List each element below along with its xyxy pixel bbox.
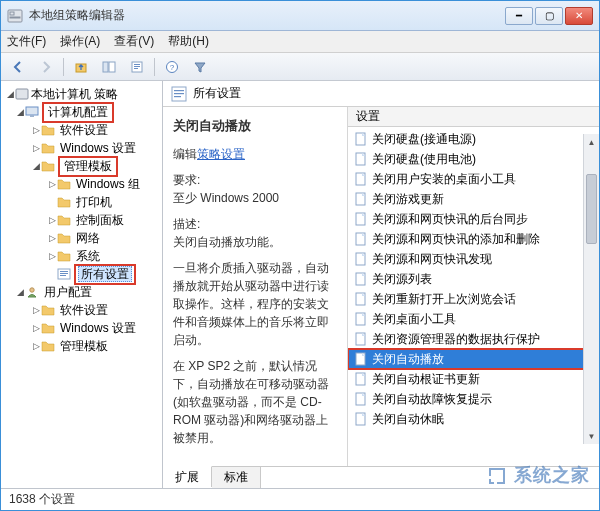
- caret-icon[interactable]: ▷: [31, 125, 41, 135]
- tab-extended[interactable]: 扩展: [163, 466, 212, 487]
- edit-prefix: 编辑: [173, 147, 197, 161]
- list-item[interactable]: 关闭自动休眠: [348, 409, 599, 429]
- list-item-label: 关闭自动故障恢复提示: [372, 391, 492, 408]
- menu-help[interactable]: 帮助(H): [168, 33, 209, 50]
- tree-label: 软件设置: [58, 302, 110, 319]
- filter-icon[interactable]: [189, 56, 211, 78]
- list-item[interactable]: 关闭源和网页快讯的添加和删除: [348, 229, 599, 249]
- list-item[interactable]: 关闭重新打开上次浏览会话: [348, 289, 599, 309]
- content-header-title: 所有设置: [193, 85, 241, 102]
- svg-rect-21: [174, 90, 184, 91]
- content-body: 关闭自动播放 编辑策略设置 要求: 至少 Windows 2000 描述: 关闭…: [163, 107, 599, 466]
- highlight-computer-config: 计算机配置: [42, 102, 114, 123]
- list-column-header[interactable]: 设置: [348, 107, 599, 127]
- scroll-up-icon[interactable]: ▲: [584, 134, 599, 150]
- svg-rect-9: [134, 68, 138, 69]
- caret-icon[interactable]: ▷: [47, 215, 57, 225]
- tree-label: 软件设置: [58, 122, 110, 139]
- tree-computer-config[interactable]: ◢ 计算机配置: [3, 103, 160, 121]
- list-item-label: 关闭桌面小工具: [372, 311, 456, 328]
- list-item[interactable]: 关闭硬盘(使用电池): [348, 149, 599, 169]
- scrollbar-vertical[interactable]: ▲ ▼: [583, 134, 599, 444]
- list-item[interactable]: 关闭资源管理器的数据执行保护: [348, 329, 599, 349]
- body: ◢ 本地计算机 策略 ◢ 计算机配置 ▷ 软件设置 ▷ Windows 设置 ◢: [1, 81, 599, 488]
- list-item[interactable]: 关闭源列表: [348, 269, 599, 289]
- folder-icon: [41, 124, 55, 136]
- list-item-label: 关闭自动播放: [372, 351, 444, 368]
- tree-pane[interactable]: ◢ 本地计算机 策略 ◢ 计算机配置 ▷ 软件设置 ▷ Windows 设置 ◢: [1, 81, 163, 488]
- svg-rect-1: [10, 12, 14, 15]
- caret-icon[interactable]: ◢: [15, 287, 25, 297]
- tree-system[interactable]: ▷ 系统: [3, 247, 160, 265]
- menu-view[interactable]: 查看(V): [114, 33, 154, 50]
- policy-item-icon: [354, 312, 368, 326]
- titlebar[interactable]: 本地组策略编辑器 ━ ▢ ✕: [1, 1, 599, 31]
- properties-icon[interactable]: [126, 56, 148, 78]
- list-item[interactable]: 关闭用户安装的桌面小工具: [348, 169, 599, 189]
- list-item[interactable]: 关闭硬盘(接通电源): [348, 129, 599, 149]
- policy-item-icon: [354, 212, 368, 226]
- tab-standard[interactable]: 标准: [212, 467, 261, 488]
- tree-label: 打印机: [74, 194, 114, 211]
- maximize-button[interactable]: ▢: [535, 7, 563, 25]
- tree-admin-templates[interactable]: ◢ 管理模板: [3, 157, 160, 175]
- tree-root[interactable]: ◢ 本地计算机 策略: [3, 85, 160, 103]
- tree-windows-settings[interactable]: ▷ Windows 设置: [3, 139, 160, 157]
- settings-list-icon: [171, 86, 187, 102]
- minimize-button[interactable]: ━: [505, 7, 533, 25]
- list-item-label: 关闭自动休眠: [372, 411, 444, 428]
- toolbar: ?: [1, 53, 599, 81]
- tree-u-windows[interactable]: ▷ Windows 设置: [3, 319, 160, 337]
- tree-software-settings[interactable]: ▷ 软件设置: [3, 121, 160, 139]
- edit-policy-link[interactable]: 策略设置: [197, 147, 245, 161]
- list-item[interactable]: 关闭游戏更新: [348, 189, 599, 209]
- tree-label: Windows 组: [74, 176, 142, 193]
- up-icon[interactable]: [70, 56, 92, 78]
- tree-label: 系统: [74, 248, 102, 265]
- caret-icon[interactable]: ◢: [5, 89, 15, 99]
- menu-file[interactable]: 文件(F): [7, 33, 46, 50]
- caret-icon[interactable]: ▷: [31, 341, 41, 351]
- tree-printers[interactable]: 打印机: [3, 193, 160, 211]
- caret-icon[interactable]: ▷: [31, 305, 41, 315]
- tree-network[interactable]: ▷ 网络: [3, 229, 160, 247]
- tree-all-settings[interactable]: 所有设置: [3, 265, 160, 283]
- description-pane: 关闭自动播放 编辑策略设置 要求: 至少 Windows 2000 描述: 关闭…: [163, 107, 348, 466]
- help-icon[interactable]: ?: [161, 56, 183, 78]
- list-item[interactable]: 关闭自动播放: [348, 349, 599, 369]
- tree-windows-group[interactable]: ▷ Windows 组: [3, 175, 160, 193]
- policy-item-icon: [354, 292, 368, 306]
- list-item[interactable]: 关闭源和网页快讯的后台同步: [348, 209, 599, 229]
- policy-item-icon: [354, 352, 368, 366]
- scroll-down-icon[interactable]: ▼: [584, 428, 599, 444]
- caret-icon[interactable]: ▷: [31, 143, 41, 153]
- list-item[interactable]: 关闭源和网页快讯发现: [348, 249, 599, 269]
- folder-icon: [41, 160, 55, 172]
- caret-icon[interactable]: ◢: [15, 107, 25, 117]
- caret-icon[interactable]: ▷: [47, 251, 57, 261]
- list-item[interactable]: 关闭自动根证书更新: [348, 369, 599, 389]
- list-item[interactable]: 关闭自动故障恢复提示: [348, 389, 599, 409]
- caret-icon[interactable]: ▷: [47, 179, 57, 189]
- caret-icon[interactable]: ▷: [47, 233, 57, 243]
- tree-u-admin[interactable]: ▷ 管理模板: [3, 337, 160, 355]
- caret-icon[interactable]: ▷: [31, 323, 41, 333]
- app-icon: [7, 8, 23, 24]
- settings-list[interactable]: 设置 关闭硬盘(接通电源)关闭硬盘(使用电池)关闭用户安装的桌面小工具关闭游戏更…: [348, 107, 599, 466]
- back-button[interactable]: [7, 56, 29, 78]
- menu-action[interactable]: 操作(A): [60, 33, 100, 50]
- scroll-thumb[interactable]: [586, 174, 597, 244]
- policy-item-icon: [354, 372, 368, 386]
- tree-u-software[interactable]: ▷ 软件设置: [3, 301, 160, 319]
- list-item[interactable]: 关闭桌面小工具: [348, 309, 599, 329]
- show-hide-tree-icon[interactable]: [98, 56, 120, 78]
- tree-user-config[interactable]: ◢ 用户配置: [3, 283, 160, 301]
- close-button[interactable]: ✕: [565, 7, 593, 25]
- caret-icon[interactable]: ◢: [31, 161, 41, 171]
- settings-list-icon: [57, 268, 71, 280]
- forward-button[interactable]: [35, 56, 57, 78]
- svg-rect-17: [60, 273, 68, 274]
- tree-control-panel[interactable]: ▷ 控制面板: [3, 211, 160, 229]
- svg-rect-7: [134, 64, 140, 65]
- desc-para1: 一旦将介质插入驱动器，自动播放就开始从驱动器中进行读取操作。这样，程序的安装文件…: [173, 259, 337, 349]
